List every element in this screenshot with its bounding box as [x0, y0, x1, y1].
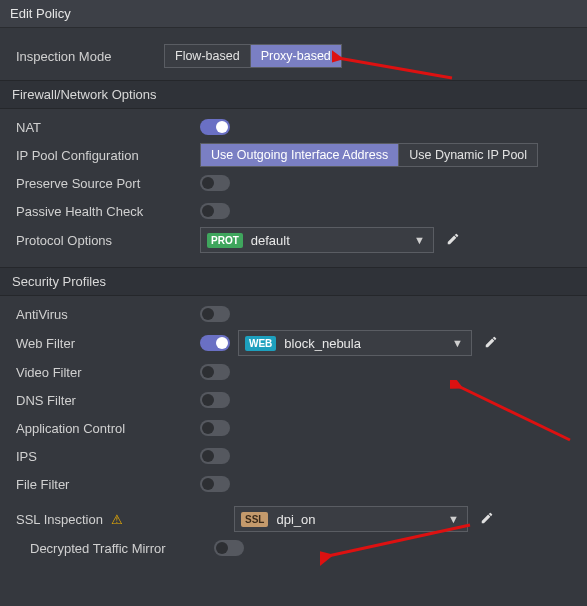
nat-label: NAT: [16, 120, 200, 135]
section-header-firewall: Firewall/Network Options: [0, 80, 587, 109]
inspection-mode-label: Inspection Mode: [16, 49, 164, 64]
videofilter-label: Video Filter: [16, 365, 200, 380]
appcontrol-toggle[interactable]: [200, 420, 230, 436]
ssl-value: dpi_on: [272, 512, 446, 527]
protocol-value: default: [247, 233, 412, 248]
webfilter-value: block_nebula: [280, 336, 450, 351]
ssl-label-text: SSL Inspection: [16, 512, 103, 527]
filefilter-label: File Filter: [16, 477, 200, 492]
dnsfilter-label: DNS Filter: [16, 393, 200, 408]
web-tag-icon: WEB: [245, 336, 276, 351]
ssl-label: SSL Inspection ⚠: [16, 512, 200, 527]
passive-hc-label: Passive Health Check: [16, 204, 200, 219]
window-titlebar: Edit Policy: [0, 0, 587, 28]
warning-icon: ⚠: [111, 512, 123, 527]
inspection-mode-flow[interactable]: Flow-based: [165, 45, 250, 67]
pencil-icon: [484, 335, 498, 349]
ips-toggle[interactable]: [200, 448, 230, 464]
decrypt-mirror-label: Decrypted Traffic Mirror: [16, 541, 214, 556]
chevron-down-icon: ▼: [450, 337, 465, 349]
filefilter-toggle[interactable]: [200, 476, 230, 492]
appcontrol-label: Application Control: [16, 421, 200, 436]
ssl-tag-icon: SSL: [241, 512, 268, 527]
inspection-mode-proxy[interactable]: Proxy-based: [250, 45, 341, 67]
webfilter-edit-button[interactable]: [480, 333, 502, 354]
passive-hc-toggle[interactable]: [200, 203, 230, 219]
preserve-port-label: Preserve Source Port: [16, 176, 200, 191]
ippool-outgoing[interactable]: Use Outgoing Interface Address: [201, 144, 398, 166]
decrypt-mirror-toggle[interactable]: [214, 540, 244, 556]
webfilter-label: Web Filter: [16, 336, 200, 351]
protocol-edit-button[interactable]: [442, 230, 464, 251]
preserve-port-toggle[interactable]: [200, 175, 230, 191]
chevron-down-icon: ▼: [446, 513, 461, 525]
chevron-down-icon: ▼: [412, 234, 427, 246]
antivirus-label: AntiVirus: [16, 307, 200, 322]
pencil-icon: [480, 511, 494, 525]
ssl-dropdown[interactable]: SSL dpi_on ▼: [234, 506, 468, 532]
inspection-mode-segmented: Flow-based Proxy-based: [164, 44, 342, 68]
pencil-icon: [446, 232, 460, 246]
protocol-dropdown[interactable]: PROT default ▼: [200, 227, 434, 253]
section-header-security: Security Profiles: [0, 267, 587, 296]
prot-tag-icon: PROT: [207, 233, 243, 248]
webfilter-toggle[interactable]: [200, 335, 230, 351]
protocol-label: Protocol Options: [16, 233, 200, 248]
webfilter-dropdown[interactable]: WEB block_nebula ▼: [238, 330, 472, 356]
inspection-mode-row: Inspection Mode Flow-based Proxy-based: [0, 42, 587, 70]
ippool-label: IP Pool Configuration: [16, 148, 200, 163]
antivirus-toggle[interactable]: [200, 306, 230, 322]
nat-toggle[interactable]: [200, 119, 230, 135]
dnsfilter-toggle[interactable]: [200, 392, 230, 408]
ippool-segmented: Use Outgoing Interface Address Use Dynam…: [200, 143, 538, 167]
ips-label: IPS: [16, 449, 200, 464]
ssl-edit-button[interactable]: [476, 509, 498, 530]
window-title: Edit Policy: [10, 6, 71, 21]
videofilter-toggle[interactable]: [200, 364, 230, 380]
ippool-dynamic[interactable]: Use Dynamic IP Pool: [398, 144, 537, 166]
